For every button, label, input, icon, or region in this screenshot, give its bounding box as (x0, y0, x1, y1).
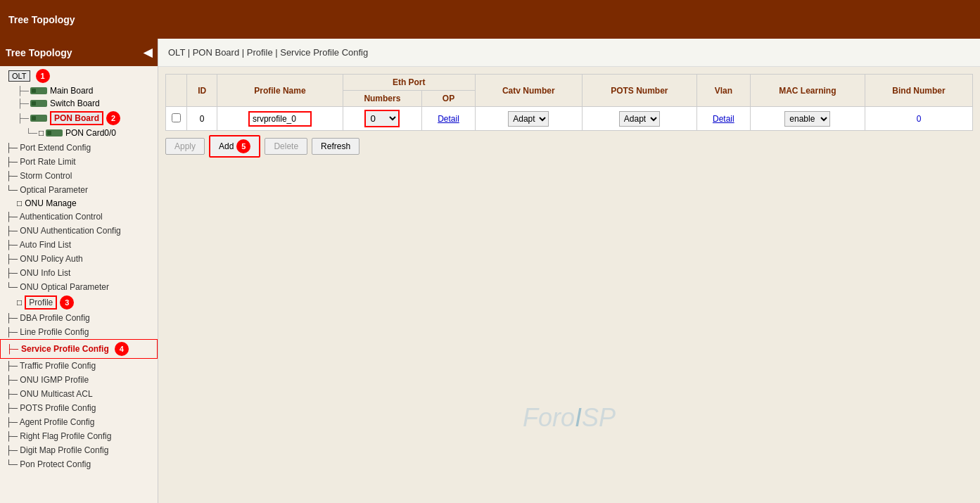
row-checkbox[interactable] (172, 113, 181, 122)
pon-board-icon (30, 115, 47, 122)
mac-select[interactable]: enable disable (784, 111, 830, 127)
switch-board-icon (30, 100, 47, 107)
breadcrumb-text: OLT | PON Board | Profile | Service Prof… (168, 47, 368, 58)
port-rate-item[interactable]: ├─ Port Rate Limit (0, 155, 158, 169)
bind-number: 0 (917, 114, 922, 124)
row-bind-cell: 0 (865, 107, 972, 131)
profile-name-input[interactable] (248, 111, 312, 127)
header-vlan: Vlan (697, 75, 751, 107)
watermark-dot: I (575, 403, 582, 432)
olt-label: OLT (8, 70, 30, 82)
refresh-button[interactable]: Refresh (312, 138, 359, 155)
port-extend-item[interactable]: ├─ Port Extend Config (0, 141, 158, 155)
olt-node[interactable]: OLT 1 (0, 68, 158, 84)
agent-profile-item[interactable]: ├─ Agent Profile Config (0, 415, 158, 429)
digit-map-item[interactable]: ├─ Digit Map Profile Config (0, 443, 158, 457)
onu-multicast-item[interactable]: ├─ ONU Multicast ACL (0, 387, 158, 401)
storm-control-item[interactable]: ├─ Storm Control (0, 169, 158, 183)
service-profile-table: ID Profile Name Eth Port Catv Number POT… (165, 74, 973, 131)
switch-board-node[interactable]: ├─ Switch Board (0, 97, 158, 110)
watermark: ForoISP (523, 403, 616, 433)
collapse-arrow[interactable]: ◀ (144, 46, 152, 59)
top-header: Tree Topology (0, 0, 980, 39)
service-profile-item[interactable]: ├─ Service Profile Config 4 (0, 339, 158, 359)
auto-find-item[interactable]: ├─ Auto Find List (0, 238, 158, 252)
pon-board-node[interactable]: ├─ PON Board 2 (0, 110, 158, 127)
onu-manage-label: ONU Manage (25, 198, 76, 208)
header-id: ID (187, 75, 217, 107)
switch-board-label: Switch Board (50, 98, 100, 108)
pon-card-icon (46, 129, 63, 136)
tree-line-1: ├─ (17, 86, 29, 96)
pots-select[interactable]: Adapt (619, 111, 660, 127)
pon-protect-item[interactable]: └─ Pon Protect Config (0, 457, 158, 471)
vlan-detail-link[interactable]: Detail (713, 114, 734, 124)
row-eth-numbers-cell: 0 (343, 107, 422, 131)
header-profile-name: Profile Name (217, 75, 343, 107)
add-button[interactable]: Add 5 (209, 135, 260, 158)
header-eth-numbers: Numbers (343, 91, 422, 107)
pon-board-label: PON Board (50, 111, 103, 125)
row-id: 0 (187, 107, 217, 131)
header-pots: POTS Number (582, 75, 696, 107)
delete-button[interactable]: Delete (265, 138, 307, 155)
row-profile-name-cell (217, 107, 343, 131)
optical-param-item[interactable]: └─ Optical Parameter (0, 183, 158, 197)
dba-profile-item[interactable]: ├─ DBA Profile Config (0, 311, 158, 325)
tree-line-4: └─ (25, 128, 37, 138)
row-catv-cell: Adapt (475, 107, 582, 131)
expand-box: □ (39, 128, 46, 138)
profile-section: □ Profile 3 ├─ DBA Profile Config ├─ Lin… (0, 294, 158, 471)
main-board-icon (30, 87, 47, 94)
sidebar-title-label: Tree Topology (6, 47, 72, 58)
onu-manage-section: □ ONU Manage ├─ Authentication Control ├… (0, 197, 158, 294)
row-vlan-cell: Detail (697, 107, 751, 131)
pon-card-node[interactable]: └─ □ PON Card0/0 (0, 127, 158, 139)
traffic-profile-item[interactable]: ├─ Traffic Profile Config (0, 359, 158, 373)
onu-manage-node[interactable]: □ ONU Manage (0, 197, 158, 210)
port-config-section: ├─ Port Extend Config ├─ Port Rate Limit… (0, 141, 158, 197)
service-profile-line: ├─ (6, 344, 18, 354)
apply-button[interactable]: Apply (165, 138, 205, 155)
tree-line-2: ├─ (17, 98, 29, 108)
row-pots-cell: Adapt (582, 107, 696, 131)
breadcrumb: OLT | PON Board | Profile | Service Prof… (158, 39, 980, 67)
catv-select[interactable]: Adapt (508, 111, 549, 127)
line-profile-item[interactable]: ├─ Line Profile Config (0, 325, 158, 339)
badge-1: 1 (36, 69, 50, 83)
badge-4: 4 (115, 342, 129, 356)
profile-node[interactable]: □ Profile 3 (0, 294, 158, 311)
profile-label: Profile (25, 295, 57, 310)
pon-card-label: PON Card0/0 (65, 128, 116, 138)
badge-2: 2 (106, 111, 120, 125)
header-mac: MAC Learning (750, 75, 865, 107)
eth-op-detail-link[interactable]: Detail (438, 114, 459, 124)
onu-info-item[interactable]: ├─ ONU Info List (0, 266, 158, 280)
row-mac-cell: enable disable (750, 107, 865, 131)
header-title: Tree Topology (8, 14, 75, 25)
right-flag-item[interactable]: ├─ Right Flag Profile Config (0, 429, 158, 443)
content-area: ID Profile Name Eth Port Catv Number POT… (158, 67, 980, 503)
profile-expand-icon: □ (17, 298, 22, 307)
onu-expand-icon: □ (17, 198, 22, 208)
header-bind: Bind Number (865, 75, 972, 107)
header-eth-op: OP (422, 91, 476, 107)
pots-profile-item[interactable]: ├─ POTS Profile Config (0, 401, 158, 415)
main-board-node[interactable]: ├─ Main Board (0, 84, 158, 97)
onu-optical-item[interactable]: └─ ONU Optical Parameter (0, 280, 158, 294)
onu-policy-item[interactable]: ├─ ONU Policy Auth (0, 252, 158, 266)
onu-igmp-item[interactable]: ├─ ONU IGMP Profile (0, 373, 158, 387)
badge-5: 5 (236, 139, 250, 153)
header-eth-port: Eth Port (343, 75, 475, 91)
main-board-label: Main Board (50, 86, 93, 96)
eth-numbers-select[interactable]: 0 (364, 110, 400, 127)
badge-3: 3 (60, 295, 74, 310)
row-checkbox-cell[interactable] (166, 107, 187, 131)
table-toolbar: Apply Add 5 Delete Refresh (165, 131, 973, 162)
tree-line-3: ├─ (17, 113, 29, 123)
sidebar-title: Tree Topology ◀ (0, 39, 158, 66)
onu-auth-config-item[interactable]: ├─ ONU Authentication Config (0, 224, 158, 238)
header-checkbox-col (166, 75, 187, 107)
auth-control-item[interactable]: ├─ Authentication Control (0, 210, 158, 224)
row-eth-op-cell: Detail (422, 107, 476, 131)
